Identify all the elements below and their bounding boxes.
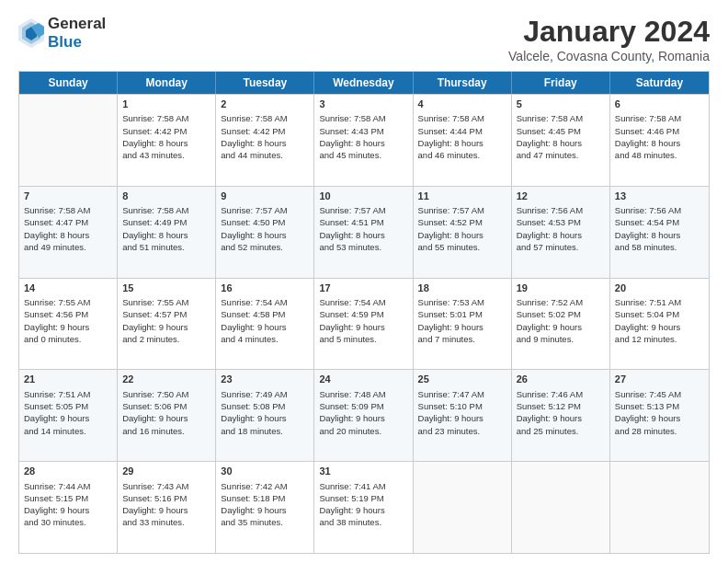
day-info: and 38 minutes. — [319, 516, 407, 528]
calendar-cell: 25Sunrise: 7:47 AMSunset: 5:10 PMDayligh… — [414, 370, 512, 461]
day-info: Sunset: 4:59 PM — [319, 308, 407, 320]
calendar-cell: 2Sunrise: 7:58 AMSunset: 4:42 PMDaylight… — [216, 95, 314, 186]
day-info: Sunrise: 7:48 AM — [319, 388, 407, 400]
day-info: Sunset: 5:19 PM — [319, 492, 407, 504]
calendar-row: 1Sunrise: 7:58 AMSunset: 4:42 PMDaylight… — [19, 94, 709, 186]
day-info: Daylight: 8 hours — [221, 229, 309, 241]
day-info: Sunrise: 7:43 AM — [122, 480, 210, 492]
day-info: Daylight: 9 hours — [517, 321, 605, 333]
calendar-cell: 18Sunrise: 7:53 AMSunset: 5:01 PMDayligh… — [414, 279, 512, 370]
day-info: Sunset: 5:04 PM — [615, 308, 704, 320]
day-info: and 20 minutes. — [319, 425, 407, 437]
calendar-cell: 31Sunrise: 7:41 AMSunset: 5:19 PMDayligh… — [314, 462, 413, 553]
day-info: Sunset: 5:10 PM — [418, 400, 506, 412]
calendar-cell: 6Sunrise: 7:58 AMSunset: 4:46 PMDaylight… — [610, 95, 709, 186]
day-info: Daylight: 9 hours — [319, 412, 407, 424]
day-info: Sunset: 5:08 PM — [221, 400, 309, 412]
calendar-cell: 3Sunrise: 7:58 AMSunset: 4:43 PMDaylight… — [314, 95, 413, 186]
day-number: 2 — [221, 98, 309, 111]
day-info: and 57 minutes. — [517, 241, 605, 253]
calendar-cell: 10Sunrise: 7:57 AMSunset: 4:51 PMDayligh… — [314, 187, 413, 278]
day-info: Sunrise: 7:57 AM — [221, 204, 309, 216]
calendar-cell — [19, 95, 118, 186]
day-info: and 14 minutes. — [24, 425, 112, 437]
day-info: and 35 minutes. — [221, 516, 309, 528]
calendar-cell: 30Sunrise: 7:42 AMSunset: 5:18 PMDayligh… — [216, 462, 314, 553]
day-info: and 4 minutes. — [221, 333, 309, 345]
day-info: and 16 minutes. — [122, 425, 210, 437]
header: General Blue January 2024 Valcele, Covas… — [18, 15, 710, 63]
day-info: Sunrise: 7:58 AM — [319, 112, 407, 124]
weekday-header: Saturday — [610, 72, 709, 94]
day-number: 12 — [517, 190, 605, 203]
day-number: 7 — [24, 190, 112, 203]
day-info: and 43 minutes. — [122, 149, 210, 161]
calendar-cell: 5Sunrise: 7:58 AMSunset: 4:45 PMDaylight… — [512, 95, 610, 186]
day-number: 30 — [221, 465, 309, 478]
day-number: 8 — [122, 190, 210, 203]
day-info: Sunrise: 7:56 AM — [615, 204, 704, 216]
day-number: 3 — [319, 98, 407, 111]
day-info: and 12 minutes. — [615, 333, 704, 345]
weekday-header: Monday — [118, 72, 216, 94]
calendar-cell: 16Sunrise: 7:54 AMSunset: 4:58 PMDayligh… — [216, 279, 314, 370]
calendar-cell: 14Sunrise: 7:55 AMSunset: 4:56 PMDayligh… — [19, 279, 118, 370]
day-info: Daylight: 8 hours — [122, 229, 210, 241]
day-number: 24 — [319, 373, 407, 386]
day-number: 6 — [615, 98, 704, 111]
day-info: Daylight: 9 hours — [517, 412, 605, 424]
day-number: 20 — [615, 282, 704, 295]
day-number: 4 — [418, 98, 506, 111]
calendar-cell: 7Sunrise: 7:58 AMSunset: 4:47 PMDaylight… — [19, 187, 118, 278]
day-info: Sunrise: 7:52 AM — [517, 296, 605, 308]
day-info: Daylight: 9 hours — [122, 504, 210, 516]
day-number: 26 — [517, 373, 605, 386]
weekday-header: Sunday — [19, 72, 118, 94]
day-number: 19 — [517, 282, 605, 295]
day-info: Daylight: 8 hours — [517, 137, 605, 149]
day-info: Sunset: 5:12 PM — [517, 400, 605, 412]
calendar-cell: 13Sunrise: 7:56 AMSunset: 4:54 PMDayligh… — [610, 187, 709, 278]
day-info: Sunset: 4:42 PM — [221, 125, 309, 137]
day-info: and 5 minutes. — [319, 333, 407, 345]
day-info: Sunrise: 7:45 AM — [615, 388, 704, 400]
day-info: Daylight: 9 hours — [221, 412, 309, 424]
day-info: Sunset: 4:53 PM — [517, 216, 605, 228]
logo: General Blue — [18, 15, 106, 51]
calendar-cell: 4Sunrise: 7:58 AMSunset: 4:44 PMDaylight… — [414, 95, 512, 186]
day-info: and 28 minutes. — [615, 425, 704, 437]
day-number: 28 — [24, 465, 112, 478]
logo-general: General — [48, 15, 106, 33]
day-info: Daylight: 8 hours — [418, 229, 506, 241]
weekday-header: Wednesday — [314, 72, 413, 94]
day-info: Sunrise: 7:58 AM — [221, 112, 309, 124]
day-info: and 0 minutes. — [24, 333, 112, 345]
day-info: Sunrise: 7:57 AM — [319, 204, 407, 216]
day-info: Sunrise: 7:51 AM — [615, 296, 704, 308]
day-info: Daylight: 9 hours — [122, 321, 210, 333]
day-info: Sunset: 4:56 PM — [24, 308, 112, 320]
month-title: January 2024 — [508, 15, 710, 49]
calendar-cell: 8Sunrise: 7:58 AMSunset: 4:49 PMDaylight… — [118, 187, 216, 278]
day-info: Sunrise: 7:58 AM — [517, 112, 605, 124]
day-info: Sunrise: 7:54 AM — [319, 296, 407, 308]
weekday-header: Tuesday — [216, 72, 314, 94]
calendar-cell: 15Sunrise: 7:55 AMSunset: 4:57 PMDayligh… — [118, 279, 216, 370]
day-info: Daylight: 9 hours — [24, 321, 112, 333]
calendar-cell: 23Sunrise: 7:49 AMSunset: 5:08 PMDayligh… — [216, 370, 314, 461]
calendar-cell: 19Sunrise: 7:52 AMSunset: 5:02 PMDayligh… — [512, 279, 610, 370]
day-info: and 30 minutes. — [24, 516, 112, 528]
day-info: Daylight: 9 hours — [122, 412, 210, 424]
day-info: Daylight: 9 hours — [615, 412, 704, 424]
day-info: Daylight: 9 hours — [221, 321, 309, 333]
day-info: Sunrise: 7:56 AM — [517, 204, 605, 216]
day-number: 14 — [24, 282, 112, 295]
calendar-row: 28Sunrise: 7:44 AMSunset: 5:15 PMDayligh… — [19, 461, 709, 553]
day-info: Sunrise: 7:55 AM — [24, 296, 112, 308]
logo-icon — [18, 18, 44, 48]
day-number: 16 — [221, 282, 309, 295]
calendar-cell: 20Sunrise: 7:51 AMSunset: 5:04 PMDayligh… — [610, 279, 709, 370]
day-info: and 9 minutes. — [517, 333, 605, 345]
day-info: Daylight: 8 hours — [319, 229, 407, 241]
calendar-cell: 21Sunrise: 7:51 AMSunset: 5:05 PMDayligh… — [19, 370, 118, 461]
